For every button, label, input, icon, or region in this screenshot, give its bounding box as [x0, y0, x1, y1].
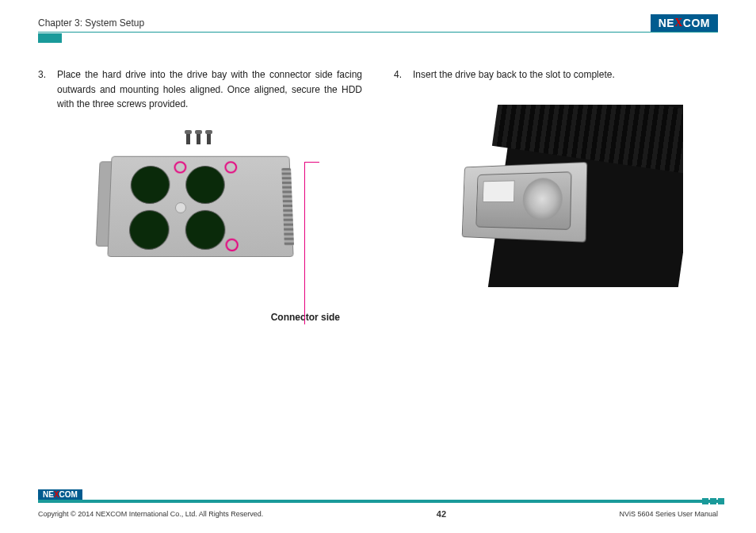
step-4-number: 4.: [394, 67, 405, 82]
right-column: 4. Insert the drive bay back to the slot…: [394, 67, 718, 324]
tray-center-pin: [174, 202, 185, 213]
device-illustration: [430, 105, 683, 287]
brand-part-left: NE: [43, 490, 54, 499]
bay-in-slot: [461, 162, 587, 243]
manual-title: NViS 5604 Series User Manual: [620, 510, 718, 518]
footer-accent-squares: [702, 498, 724, 504]
step-3: 3. Place the hard drive into the drive b…: [38, 67, 362, 112]
hard-drive: [475, 171, 571, 230]
screws-group: [186, 132, 211, 144]
tray-handle: [95, 161, 112, 246]
page-header: Chapter 3: System Setup NEXCOM: [38, 14, 718, 32]
step-3-number: 3.: [38, 67, 49, 112]
screw-icon: [207, 132, 211, 144]
screw-icon: [186, 132, 190, 144]
brand-part-x: X: [54, 490, 59, 499]
screw-hole-marker: [225, 238, 239, 251]
callout-leader-v: [304, 162, 305, 324]
step-3-text: Place the hard drive into the drive bay …: [57, 67, 362, 112]
tray-hole: [128, 210, 170, 250]
chapter-title: Chapter 3: System Setup: [38, 17, 144, 29]
screw-hole-marker: [224, 161, 237, 173]
content-area: 3. Place the hard drive into the drive b…: [38, 67, 718, 324]
connector-side-label: Connector side: [38, 310, 362, 325]
connector-edge: [281, 168, 294, 246]
drive-bay-illustration: [90, 134, 311, 269]
screw-icon: [197, 132, 200, 144]
hdd-label-sticker: [482, 180, 514, 202]
header-accent-block: [38, 33, 62, 43]
footer-brand-logo: NEXCOM: [38, 489, 82, 500]
tray-hole: [185, 210, 225, 250]
callout-leader-h: [305, 162, 319, 163]
drive-tray: [107, 156, 293, 257]
tray-hole: [130, 166, 170, 204]
figure-insert-bay: [394, 105, 718, 287]
step-4: 4. Insert the drive bay back to the slot…: [394, 67, 718, 82]
left-column: 3. Place the hard drive into the drive b…: [38, 67, 362, 324]
page-number: 42: [437, 509, 446, 519]
brand-part-x: X: [674, 17, 683, 29]
footer-divider: [38, 500, 718, 503]
step-4-text: Insert the drive bay back to the slot to…: [413, 67, 718, 82]
brand-part-right: COM: [683, 17, 710, 29]
tray-hole: [185, 166, 225, 204]
copyright-text: Copyright © 2014 NEXCOM International Co…: [38, 510, 263, 518]
brand-logo: NEXCOM: [651, 14, 718, 32]
brand-part-right: COM: [59, 490, 78, 499]
brand-part-left: NE: [659, 17, 674, 29]
figure-drive-bay: Connector side: [38, 134, 362, 325]
screw-hole-marker: [174, 161, 186, 173]
header-divider: [38, 32, 718, 33]
page-footer: Copyright © 2014 NEXCOM International Co…: [38, 509, 718, 519]
